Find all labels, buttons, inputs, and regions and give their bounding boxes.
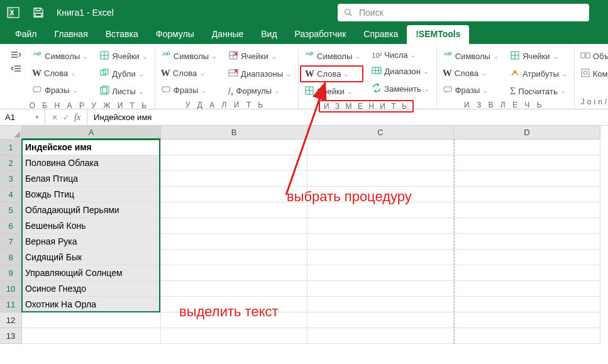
cell[interactable] [161, 250, 307, 265]
tab-вставка[interactable]: Вставка [97, 25, 147, 44]
ribbon-фразы[interactable]: Фразы⌵ [28, 82, 91, 99]
cell[interactable] [161, 218, 307, 234]
cell[interactable] [454, 281, 600, 297]
cell[interactable] [454, 250, 600, 265]
tab-файл[interactable]: Файл [6, 25, 45, 44]
cell[interactable]: Индейское имя [22, 140, 161, 155]
ribbon-слова[interactable]: WСлова⌵ [157, 65, 220, 81]
ribbon-числа[interactable]: 10²Числа⌵ [367, 48, 432, 62]
cell[interactable] [307, 312, 454, 328]
cell[interactable] [161, 234, 307, 250]
column-header-C[interactable]: C [307, 126, 454, 140]
cell[interactable] [454, 234, 600, 250]
indent-left-icon[interactable] [8, 63, 24, 74]
cell[interactable] [454, 171, 600, 187]
cell[interactable] [307, 265, 454, 281]
row-header[interactable]: 1 [0, 140, 22, 155]
indent-right-icon[interactable] [8, 49, 24, 60]
cell[interactable] [307, 218, 454, 234]
cell[interactable] [454, 140, 600, 155]
tab-главная[interactable]: Главная [45, 25, 96, 44]
ribbon-ячейки[interactable]: Ячейки⌵ [300, 83, 363, 100]
tab-справка[interactable]: Справка [355, 25, 407, 44]
cell[interactable] [22, 312, 161, 328]
cell[interactable]: Белая Птица [22, 171, 161, 187]
tab-!semtools[interactable]: !SEMTools [407, 25, 469, 44]
cell[interactable] [307, 250, 454, 265]
cell[interactable] [307, 328, 454, 344]
cell[interactable]: Обладающий Перьями [22, 202, 161, 218]
cell[interactable] [454, 202, 600, 218]
cell[interactable] [161, 265, 307, 281]
ribbon-формулы[interactable]: fxФормулы⌵ [224, 83, 294, 99]
cell[interactable] [307, 187, 454, 202]
cell[interactable]: Половина Облака [22, 155, 161, 171]
ribbon-диапазон[interactable]: Диапазон⌵ [367, 63, 432, 80]
ribbon-фразы[interactable]: Фразы⌵ [157, 82, 220, 99]
accept-icon[interactable]: ✓ [63, 113, 69, 122]
cell[interactable] [307, 140, 454, 155]
fx-icon[interactable]: fx [74, 113, 80, 123]
cell[interactable]: Верная Рука [22, 234, 161, 250]
cell[interactable] [454, 297, 600, 312]
row-header[interactable]: 5 [0, 202, 22, 218]
ribbon-ячейки[interactable]: Ячейки⌵ [95, 48, 151, 65]
row-header[interactable]: 7 [0, 234, 22, 250]
cell[interactable] [161, 281, 307, 297]
ribbon-слова[interactable]: WСлова⌵ [300, 65, 363, 82]
ribbon-диапазоны[interactable]: Диапазоны⌵ [224, 65, 294, 82]
ribbon-посчитать[interactable]: ΣПосчитать⌵ [506, 83, 570, 99]
ribbon-символы[interactable]: ᴬᵇСимволы⌵ [300, 48, 363, 65]
row-header[interactable]: 11 [0, 297, 22, 312]
tab-вид[interactable]: Вид [252, 25, 285, 44]
row-header[interactable]: 6 [0, 218, 22, 234]
column-header-A[interactable]: A [22, 126, 161, 140]
cell[interactable] [307, 171, 454, 187]
row-header[interactable]: 8 [0, 250, 22, 265]
cell[interactable] [454, 187, 600, 202]
ribbon-атрибуты[interactable]: Атрибуты⌵ [506, 65, 570, 82]
cell[interactable] [161, 187, 307, 202]
cell[interactable] [307, 234, 454, 250]
cell[interactable] [454, 265, 600, 281]
cell[interactable] [454, 218, 600, 234]
cell[interactable] [307, 281, 454, 297]
cell[interactable] [454, 328, 600, 344]
ribbon-символы[interactable]: ᴬᵇСимволы⌵ [157, 48, 220, 65]
cancel-icon[interactable]: ✕ [52, 113, 58, 122]
cell[interactable] [454, 312, 600, 328]
cell[interactable]: Управляющий Солнцем [22, 265, 161, 281]
name-box[interactable]: A1 ▼ [0, 109, 45, 125]
row-header[interactable]: 3 [0, 171, 22, 187]
ribbon-листы[interactable]: Листы⌵ [95, 83, 151, 100]
ribbon-ячейки[interactable]: Ячейки⌵ [506, 48, 570, 65]
ribbon-ячейки[interactable]: Ячейки⌵ [224, 48, 294, 65]
column-header-B[interactable]: B [161, 126, 307, 140]
cell[interactable] [22, 328, 161, 344]
select-all-corner[interactable] [0, 126, 22, 140]
cell[interactable]: Охотник На Орла [22, 297, 161, 312]
cell[interactable] [307, 155, 454, 171]
cell[interactable] [161, 171, 307, 187]
ribbon-дубли[interactable]: Дубли⌵ [95, 65, 151, 82]
tab-формулы[interactable]: Формулы [147, 25, 203, 44]
cell[interactable] [454, 155, 600, 171]
cell[interactable] [307, 202, 454, 218]
ribbon-слова[interactable]: WСлова⌵ [28, 65, 91, 81]
row-header[interactable]: 4 [0, 187, 22, 202]
cell[interactable] [161, 297, 307, 312]
ribbon-объед[interactable]: Объед⌵ [576, 48, 608, 65]
cell[interactable] [161, 328, 307, 344]
cell[interactable]: Бешеный Конь [22, 218, 161, 234]
tab-разработчик[interactable]: Разработчик [286, 25, 355, 44]
cell[interactable] [161, 140, 307, 155]
search-box[interactable]: Поиск [338, 4, 589, 21]
cell[interactable]: Сидящий Бык [22, 250, 161, 265]
row-header[interactable]: 10 [0, 281, 22, 297]
ribbon-комби[interactable]: Комби⌵ [576, 65, 608, 82]
row-header[interactable]: 12 [0, 312, 22, 328]
cell[interactable] [161, 202, 307, 218]
cell[interactable] [161, 312, 307, 328]
row-header[interactable]: 2 [0, 155, 22, 171]
ribbon-символы[interactable]: ᴬᵇСимволы⌵ [28, 48, 91, 65]
